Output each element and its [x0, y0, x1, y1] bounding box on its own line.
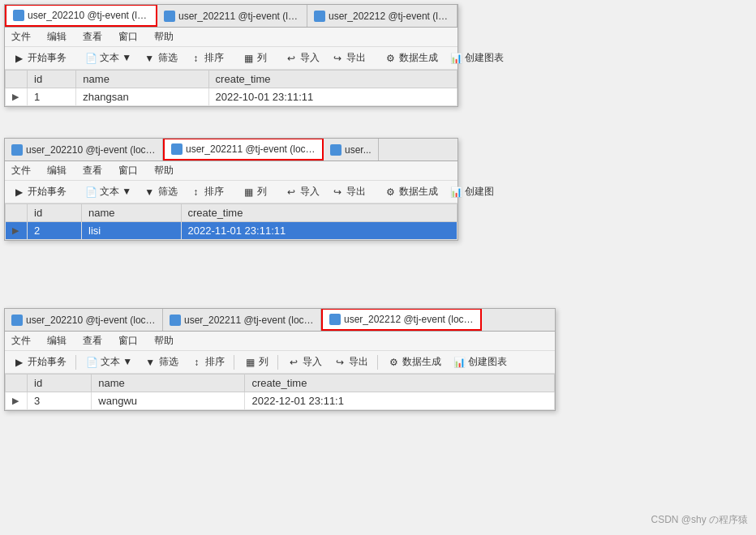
tab-win2-2[interactable]: user... — [324, 139, 379, 161]
menu-item-4[interactable]: 帮助 — [151, 162, 177, 179]
toolbar-btn-icon: ▶ — [12, 186, 25, 199]
toolbar-btn-0[interactable]: ▶开始事务 — [8, 49, 71, 66]
toolbar-btn-4[interactable]: ▦列 — [239, 353, 273, 370]
toolbar-btn-icon: ↕ — [189, 186, 202, 199]
toolbar-separator — [377, 355, 378, 370]
toolbar-btn-icon: ↪ — [333, 356, 346, 369]
toolbar-btn-icon: 📄 — [84, 186, 97, 199]
toolbar-btn-icon: ↩ — [285, 52, 298, 65]
toolbar-btn-8[interactable]: 📊创建图 — [445, 183, 498, 200]
toolbar-btn-icon: ▦ — [242, 52, 255, 65]
toolbar-btn-1[interactable]: 📄文本 ▼ — [80, 49, 135, 66]
toolbar-separator — [277, 355, 278, 370]
menu-item-2[interactable]: 查看 — [79, 28, 105, 45]
tab-db-icon — [11, 315, 23, 326]
toolbar-btn-2[interactable]: ▼筛选 — [139, 183, 182, 200]
tab-win2-0[interactable]: user_202210 @tj-event (localhost)... — [5, 139, 163, 161]
toolbar-btn-label: 导出 — [346, 51, 366, 65]
cell-create-time: 2022-12-01 23:11:1 — [245, 392, 555, 410]
toolbar-btn-label: 筛选 — [159, 355, 178, 369]
menu-item-0[interactable]: 文件 — [8, 162, 34, 179]
menu-item-3[interactable]: 窗口 — [115, 28, 141, 45]
toolbar-btn-label: 排序 — [205, 355, 225, 369]
toolbar-btn-4[interactable]: ▦列 — [238, 183, 271, 200]
toolbar-btn-3[interactable]: ↕排序 — [185, 183, 228, 200]
col-header-0[interactable]: id — [28, 374, 92, 392]
col-header-2[interactable]: create_time — [181, 204, 457, 222]
toolbar-btn-0[interactable]: ▶开始事务 — [8, 353, 71, 370]
tab-win1-1[interactable]: user_202211 @tj-event (localhost)... — [157, 5, 307, 28]
toolbar-btn-1[interactable]: 📄文本 ▼ — [80, 183, 135, 200]
toolbar-btn-5[interactable]: ↩导入 — [281, 183, 324, 200]
toolbar-btn-2[interactable]: ▼筛选 — [139, 49, 182, 66]
toolbar-btn-0[interactable]: ▶开始事务 — [8, 183, 71, 200]
menu-item-3[interactable]: 窗口 — [115, 332, 141, 349]
tab-win3-2[interactable]: user_202212 @tj-event (localhost)... — [321, 309, 482, 331]
col-header-2[interactable]: create_time — [245, 374, 555, 392]
row-arrow: ▶ — [6, 222, 28, 240]
tab-win1-2[interactable]: user_202212 @tj-event (localhost)... — [307, 5, 457, 28]
tab-win1-0[interactable]: user_202210 @tj-event (localhost)... — [5, 5, 157, 27]
toolbar-btn-icon: ▦ — [242, 186, 255, 199]
toolbar-btn-label: 文本 ▼ — [100, 51, 131, 65]
toolbar-btn-3[interactable]: ↕排序 — [185, 49, 228, 66]
col-header-1[interactable]: name — [82, 204, 181, 222]
menu-item-1[interactable]: 编辑 — [44, 332, 70, 349]
toolbar-btn-label: 文本 ▼ — [101, 355, 132, 369]
tab-label: user_202211 @tj-event (localhost)... — [186, 143, 316, 155]
menu-item-2[interactable]: 查看 — [79, 332, 105, 349]
toolbar-btn-3[interactable]: ↕排序 — [186, 353, 229, 370]
toolbar-btn-5[interactable]: ↩导入 — [283, 353, 326, 370]
menu-item-3[interactable]: 窗口 — [115, 162, 141, 179]
toolbar-btn-icon: ↩ — [285, 186, 298, 199]
toolbar-btn-5[interactable]: ↩导入 — [281, 49, 324, 66]
toolbar-btn-2[interactable]: ▼筛选 — [140, 353, 183, 370]
toolbar-btn-label: 创建图表 — [465, 51, 504, 65]
table-wrap-win1: idnamecreate_time▶1zhangsan2022-10-01 23… — [5, 70, 457, 106]
toolbar-btn-6[interactable]: ↪导出 — [329, 353, 372, 370]
toolbar-btn-8[interactable]: 📊创建图表 — [445, 49, 508, 66]
table-row[interactable]: ▶1zhangsan2022-10-01 23:11:11 — [6, 88, 457, 106]
data-table-win2: idnamecreate_time▶2lisi2022-11-01 23:11:… — [5, 203, 457, 240]
table-row[interactable]: ▶3wangwu2022-12-01 23:11:1 — [6, 392, 555, 410]
toolbar-btn-icon: 📄 — [84, 52, 97, 65]
col-header-0[interactable]: id — [28, 71, 76, 88]
toolbar-btn-label: 导出 — [346, 185, 366, 199]
menu-item-2[interactable]: 查看 — [79, 162, 105, 179]
col-header-2[interactable]: create_time — [208, 71, 457, 88]
col-header-1[interactable]: name — [92, 374, 245, 392]
col-indicator — [6, 71, 28, 88]
tab-win2-1[interactable]: user_202211 @tj-event (localhost)... — [163, 139, 324, 160]
toolbar-btn-7[interactable]: ⚙数据生成 — [383, 353, 445, 370]
tab-label: user_202211 @tj-event (localhost)... — [178, 11, 300, 22]
toolbar-btn-icon: ▶ — [12, 356, 25, 369]
toolbar-win2: ▶开始事务📄文本 ▼▼筛选↕排序▦列↩导入↪导出⚙数据生成📊创建图 — [5, 181, 457, 203]
toolbar-btn-label: 创建图 — [465, 185, 494, 199]
toolbar-btn-label: 文本 ▼ — [100, 185, 131, 199]
menu-item-4[interactable]: 帮助 — [151, 28, 177, 45]
toolbar-btn-label: 导入 — [303, 355, 322, 369]
toolbar-btn-6[interactable]: ↪导出 — [327, 183, 370, 200]
table-row[interactable]: ▶2lisi2022-11-01 23:11:11 — [6, 222, 457, 240]
menu-item-0[interactable]: 文件 — [8, 28, 34, 45]
menu-item-1[interactable]: 编辑 — [44, 162, 70, 179]
toolbar-btn-7[interactable]: ⚙数据生成 — [380, 49, 442, 66]
tab-win3-1[interactable]: user_202211 @tj-event (localhost)... — [163, 309, 321, 332]
toolbar-btn-icon: ▼ — [143, 186, 156, 199]
toolbar-btn-4[interactable]: ▦列 — [238, 49, 271, 66]
col-header-0[interactable]: id — [28, 204, 82, 222]
menu-item-1[interactable]: 编辑 — [44, 28, 70, 45]
toolbar-btn-1[interactable]: 📄文本 ▼ — [81, 353, 136, 370]
toolbar-btn-7[interactable]: ⚙数据生成 — [380, 183, 442, 200]
menu-item-4[interactable]: 帮助 — [151, 332, 177, 349]
toolbar-btn-8[interactable]: 📊创建图表 — [449, 353, 511, 370]
menu-item-0[interactable]: 文件 — [8, 332, 34, 349]
tab-label: user_202212 @tj-event (localhost)... — [344, 314, 474, 325]
toolbar-btn-6[interactable]: ↪导出 — [327, 49, 370, 66]
db-window-win3: user_202210 @tj-event (localhost)...user… — [4, 308, 556, 411]
menu-bar-win1: 文件编辑查看窗口帮助 — [5, 28, 457, 47]
toolbar-btn-icon: 📊 — [449, 52, 462, 65]
toolbar-btn-label: 开始事务 — [28, 51, 67, 65]
tab-win3-0[interactable]: user_202210 @tj-event (localhost)... — [5, 309, 163, 332]
col-header-1[interactable]: name — [76, 71, 208, 88]
